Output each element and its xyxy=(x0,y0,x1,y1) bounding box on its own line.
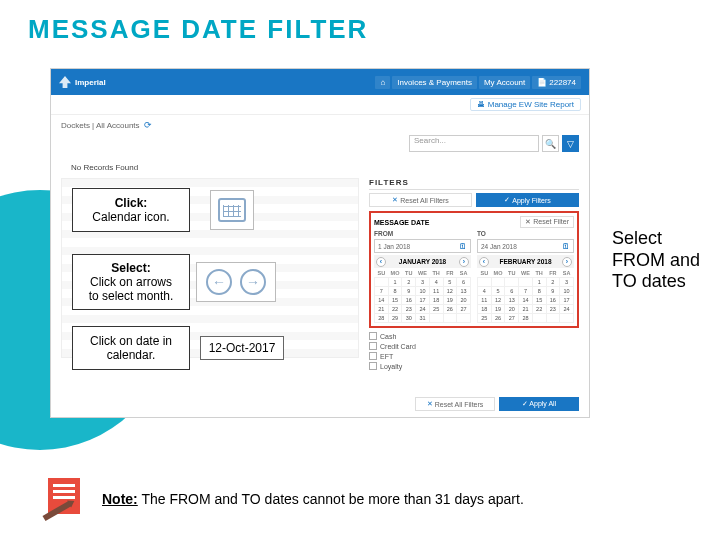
footer-note: Note: The FROM and TO dates cannot be mo… xyxy=(40,478,524,520)
to-calendar[interactable]: SUMOTUWETHFRSA12345678910111213141516171… xyxy=(477,269,574,323)
nav-home[interactable]: ⌂ xyxy=(375,76,390,89)
arrows-icon-callout: ← → xyxy=(196,262,276,302)
sub-bar: 🖶 Manage EW Site Report xyxy=(51,95,589,115)
nav-invoices[interactable]: Invoices & Payments xyxy=(392,76,477,89)
side-annotation: Select FROM and TO dates xyxy=(612,228,702,293)
message-date-header: MESSAGE DATE xyxy=(374,219,430,226)
search-input[interactable]: Search... xyxy=(409,135,539,152)
reset-all-button[interactable]: ✕Reset All Filters xyxy=(369,193,472,207)
checkbox-row[interactable]: Credit Card xyxy=(369,342,579,350)
checkbox-icon[interactable] xyxy=(369,342,377,350)
payment-type-filters: CashCredit CardEFTLoyalty xyxy=(369,332,579,370)
prev-month-button[interactable]: ‹ xyxy=(479,257,489,267)
to-month-nav: ‹ FEBRUARY 2018 › xyxy=(477,255,574,268)
instruction-2: Select:Click on arrowsto select month. xyxy=(72,254,190,310)
top-nav: ⌂ Invoices & Payments My Account 📄 22287… xyxy=(375,76,581,89)
reset-all-bottom[interactable]: ✕Reset All Filters xyxy=(415,397,495,411)
checkbox-row[interactable]: Loyalty xyxy=(369,362,579,370)
note-icon xyxy=(40,478,88,520)
calendar-icon[interactable]: 🗓 xyxy=(459,242,467,251)
from-calendar[interactable]: SUMOTUWETHFRSA12345678910111213141516171… xyxy=(374,269,471,323)
from-month-nav: ‹ JANUARY 2018 › xyxy=(374,255,471,268)
apply-all-bottom[interactable]: ✓ Apply All xyxy=(499,397,579,411)
right-arrow-icon: → xyxy=(240,269,266,295)
app-topbar: Imperial ⌂ Invoices & Payments My Accoun… xyxy=(51,69,589,95)
next-month-button[interactable]: › xyxy=(562,257,572,267)
search-row: Search... 🔍 ▽ xyxy=(51,135,589,156)
from-column: FROM 1 Jan 2018🗓 ‹ JANUARY 2018 › SUMOTU… xyxy=(374,230,471,323)
reset-filter-button[interactable]: ✕ Reset Filter xyxy=(520,216,574,228)
filters-header: FILTERS xyxy=(369,178,579,190)
prev-month-button[interactable]: ‹ xyxy=(376,257,386,267)
note-body: The FROM and TO dates cannot be more tha… xyxy=(138,491,524,507)
to-month-label: FEBRUARY 2018 xyxy=(499,258,551,265)
crumb-text: Dockets | All Accounts xyxy=(61,121,140,130)
checkbox-icon[interactable] xyxy=(369,362,377,370)
to-date-input[interactable]: 24 Jan 2018🗓 xyxy=(477,239,574,253)
apply-filters-button[interactable]: ✓ Apply Filters xyxy=(476,193,579,207)
message-date-highlight: MESSAGE DATE ✕ Reset Filter FROM 1 Jan 2… xyxy=(369,211,579,328)
from-date-input[interactable]: 1 Jan 2018🗓 xyxy=(374,239,471,253)
results-tab: No Records Found xyxy=(61,161,148,172)
instruction-3: Click on date incalendar. xyxy=(72,326,190,370)
checkbox-icon[interactable] xyxy=(369,332,377,340)
left-arrow-icon: ← xyxy=(206,269,232,295)
next-month-button[interactable]: › xyxy=(459,257,469,267)
brand-name: Imperial xyxy=(75,78,106,87)
checkbox-row[interactable]: EFT xyxy=(369,352,579,360)
page-title: MESSAGE DATE FILTER xyxy=(0,0,720,49)
nav-acctno[interactable]: 📄 222874 xyxy=(532,76,581,89)
filter-toggle-button[interactable]: ▽ xyxy=(562,135,579,152)
search-button[interactable]: 🔍 xyxy=(542,135,559,152)
nav-account[interactable]: My Account xyxy=(479,76,530,89)
refresh-icon[interactable]: ⟳ xyxy=(144,120,152,130)
to-column: TO 24 Jan 2018🗓 ‹ FEBRUARY 2018 › SUMOTU… xyxy=(477,230,574,323)
from-label: FROM xyxy=(374,230,471,237)
breadcrumb: Dockets | All Accounts ⟳ xyxy=(51,115,589,135)
manage-report-button[interactable]: 🖶 Manage EW Site Report xyxy=(470,98,581,111)
checkbox-row[interactable]: Cash xyxy=(369,332,579,340)
instruction-1: Click:Calendar icon. xyxy=(72,188,190,232)
to-label: TO xyxy=(477,230,574,237)
note-lead: Note: xyxy=(102,491,138,507)
calendar-icon[interactable]: 🗓 xyxy=(562,242,570,251)
brand-logo: Imperial xyxy=(59,76,106,88)
filters-panel: FILTERS ✕Reset All Filters ✓ Apply Filte… xyxy=(369,178,579,372)
calendar-icon-callout xyxy=(210,190,254,230)
date-chip: 12-Oct-2017 xyxy=(200,336,284,360)
checkbox-icon[interactable] xyxy=(369,352,377,360)
logo-icon xyxy=(59,76,71,88)
from-month-label: JANUARY 2018 xyxy=(399,258,446,265)
